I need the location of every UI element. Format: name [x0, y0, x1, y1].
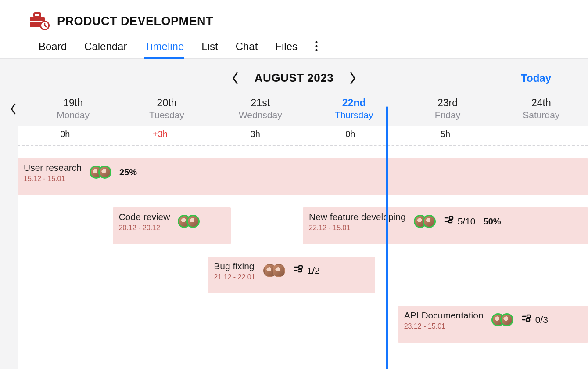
month-navigator: AUGUST 2023 Today: [0, 71, 588, 85]
subtask-count: 0/3: [521, 314, 548, 326]
page-title: PRODUCT DEVELOPMENT: [57, 14, 213, 28]
task-row: Code review20.12 - 20.12New feature deve…: [18, 201, 588, 250]
svg-rect-9: [449, 217, 453, 219]
next-month-button[interactable]: [349, 72, 356, 84]
task-bar[interactable]: Code review20.12 - 20.12: [113, 207, 231, 244]
month-label: AUGUST 2023: [255, 71, 333, 85]
svg-point-6: [316, 41, 318, 43]
assignee-avatars[interactable]: [90, 166, 111, 179]
svg-rect-14: [526, 318, 530, 321]
day-header-4[interactable]: 23rd Friday: [401, 97, 494, 120]
task-bar[interactable]: User research15.12 - 15.0125%: [18, 158, 588, 195]
avatar[interactable]: [186, 215, 200, 228]
tab-timeline[interactable]: Timeline: [144, 40, 184, 59]
task-row: Bug fixing21.12 - 22.011/2: [18, 250, 588, 300]
day-header-1[interactable]: 20th Tuesday: [120, 97, 213, 120]
task-title: User research: [24, 163, 82, 173]
subtasks-icon: [444, 215, 454, 228]
task-title: Bug fixing: [214, 261, 255, 271]
tab-files[interactable]: Files: [275, 40, 298, 59]
day-name: Saturday: [495, 110, 588, 120]
tab-calendar[interactable]: Calendar: [84, 40, 127, 59]
timeline-area: AUGUST 2023 Today 19th Monday 20th Tuesd…: [0, 59, 588, 369]
view-tabs: Board Calendar Timeline List Chat Files: [28, 40, 560, 59]
assignee-avatars[interactable]: [491, 313, 513, 326]
day-name: Tuesday: [120, 110, 213, 120]
timeline-grid: 0h +3h 3h 0h 5h User research15.12 - 15.…: [18, 126, 588, 369]
task-bar[interactable]: New feature developing22.12 - 15.015/105…: [303, 207, 588, 244]
task-dates: 15.12 - 15.01: [24, 175, 82, 183]
hours-cell: [493, 126, 588, 145]
hours-row: 0h +3h 3h 0h 5h: [18, 126, 588, 145]
progress-percent: 25%: [119, 167, 137, 177]
svg-rect-12: [298, 269, 301, 272]
assignee-avatars[interactable]: [414, 215, 436, 228]
subtasks-icon: [293, 264, 304, 277]
tab-list[interactable]: List: [201, 40, 218, 59]
avatar[interactable]: [500, 313, 513, 326]
svg-rect-11: [299, 266, 302, 268]
task-dates: 23.12 - 15.01: [404, 322, 484, 330]
task-dates: 20.12 - 20.12: [119, 224, 170, 232]
task-title: Code review: [119, 212, 170, 222]
assignee-avatars[interactable]: [178, 215, 200, 228]
task-title: New feature developing: [309, 212, 406, 222]
svg-rect-10: [448, 220, 452, 223]
hours-divider: [18, 145, 588, 146]
assignee-avatars[interactable]: [263, 264, 285, 277]
hours-cell: 3h: [208, 126, 303, 145]
header: PRODUCT DEVELOPMENT Board Calendar Timel…: [0, 0, 588, 59]
day-name: Friday: [401, 110, 494, 120]
day-name: Wednsday: [214, 110, 307, 120]
day-number: 23rd: [401, 97, 494, 109]
avatar[interactable]: [98, 166, 111, 179]
task-title: API Documentation: [404, 310, 484, 321]
task-dates: 21.12 - 22.01: [214, 273, 255, 281]
day-header-2[interactable]: 21st Wednsday: [214, 97, 307, 120]
today-indicator-line: [386, 106, 388, 369]
hours-cell: +3h: [113, 126, 208, 145]
svg-point-7: [316, 45, 318, 47]
day-name: Monday: [26, 110, 120, 120]
svg-rect-2: [34, 13, 40, 17]
progress-percent: 50%: [484, 217, 501, 227]
task-bar[interactable]: API Documentation23.12 - 15.010/3: [398, 306, 588, 343]
task-row: User research15.12 - 15.0125%: [18, 152, 588, 201]
day-number: 24th: [495, 97, 588, 109]
day-header-5[interactable]: 24th Saturday: [495, 97, 588, 120]
subtasks-icon: [521, 314, 532, 326]
svg-rect-13: [527, 315, 531, 318]
day-header-0[interactable]: 19th Monday: [26, 97, 120, 120]
subtask-count: 1/2: [293, 264, 320, 277]
avatar[interactable]: [423, 215, 436, 228]
title-row: PRODUCT DEVELOPMENT: [28, 11, 560, 31]
day-number: 21st: [214, 97, 307, 109]
hours-cell: 5h: [398, 126, 493, 145]
task-dates: 22.12 - 15.01: [309, 224, 406, 232]
today-button[interactable]: Today: [521, 72, 551, 84]
briefcase-clock-icon: [28, 11, 50, 31]
task-row: API Documentation23.12 - 15.010/3: [18, 300, 588, 349]
day-headers: 19th Monday 20th Tuesday 21st Wednsday 2…: [0, 97, 588, 126]
hours-cell: 0h: [18, 126, 113, 145]
day-number: 20th: [120, 97, 213, 109]
prev-month-button[interactable]: [232, 72, 239, 84]
hours-cell: 0h: [303, 126, 398, 145]
tab-board[interactable]: Board: [39, 40, 67, 59]
day-number: 19th: [26, 97, 120, 109]
task-rows: User research15.12 - 15.0125% Code revie…: [18, 152, 588, 369]
tab-chat[interactable]: Chat: [236, 40, 258, 59]
subtask-count: 5/10: [444, 215, 476, 228]
task-bar[interactable]: Bug fixing21.12 - 22.011/2: [208, 257, 375, 293]
svg-point-8: [316, 49, 318, 51]
avatar[interactable]: [272, 264, 285, 277]
more-menu-icon[interactable]: [315, 41, 318, 58]
scroll-left-button[interactable]: [0, 97, 26, 120]
